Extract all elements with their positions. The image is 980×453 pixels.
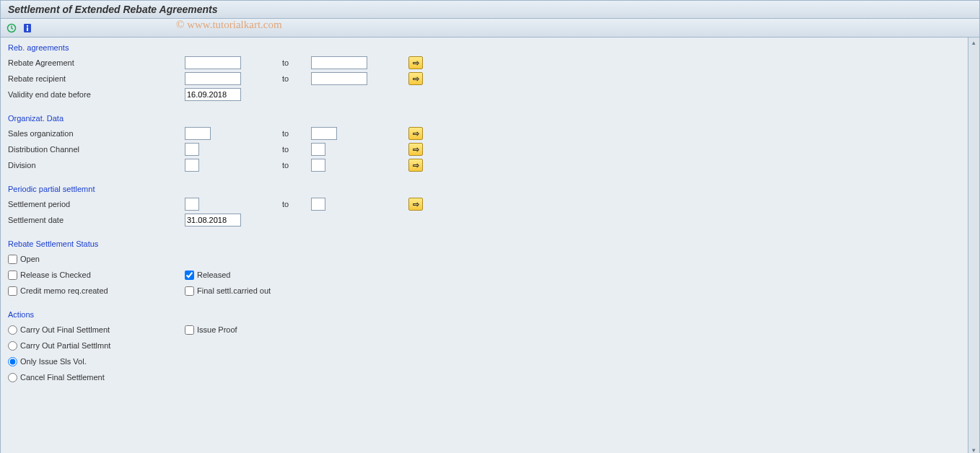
label-dist-channel: Distribution Channel: [8, 145, 185, 154]
input-rebate-agreement-from[interactable]: [185, 56, 241, 69]
row-division: Division to ⇨: [8, 157, 961, 173]
checkbox-released[interactable]: [185, 271, 194, 280]
watermark: © www.tutorialkart.com: [176, 19, 282, 31]
section-reb-agreements: Reb. agreements Rebate Agreement to ⇨ Re…: [8, 43, 961, 102]
section-title-reb: Reb. agreements: [8, 43, 961, 52]
toolbar: © www.tutorialkart.com: [0, 19, 980, 38]
scroll-up-icon[interactable]: ▴: [969, 38, 979, 48]
checkbox-release-checked[interactable]: [8, 271, 17, 280]
arrow-right-icon: ⇨: [413, 74, 419, 84]
row-rebate-agreement: Rebate Agreement to ⇨: [8, 55, 961, 71]
input-rebate-agreement-to[interactable]: [311, 56, 367, 69]
label-to: to: [282, 74, 311, 83]
title-bar: Settlement of Extended Rebate Agreements: [0, 0, 980, 19]
row-sales-org: Sales organization to ⇨: [8, 126, 961, 141]
label-final-settl: Final settl.carried out: [197, 286, 271, 295]
input-rebate-recipient-from[interactable]: [185, 72, 241, 85]
label-to: to: [282, 58, 311, 67]
more-button-division[interactable]: ⇨: [408, 159, 423, 172]
input-settlement-date[interactable]: [185, 214, 241, 226]
svg-rect-2: [27, 25, 28, 27]
label-final-settlement: Carry Out Final Settlment: [20, 325, 110, 334]
section-title-actions: Actions: [8, 310, 961, 319]
label-sales-org: Sales organization: [8, 129, 185, 138]
info-button[interactable]: [21, 22, 34, 35]
section-org-data: Organizat. Data Sales organization to ⇨ …: [8, 114, 961, 173]
label-validity-end: Validity end date before: [8, 90, 185, 99]
arrow-right-icon: ⇨: [413, 161, 419, 170]
execute-clock-icon: [6, 23, 17, 33]
arrow-right-icon: ⇨: [413, 145, 419, 154]
input-settlement-period-to[interactable]: [311, 198, 325, 211]
scroll-down-icon[interactable]: ▾: [969, 445, 979, 453]
label-release-checked: Release is Checked: [20, 271, 91, 279]
checkbox-credit-memo[interactable]: [8, 286, 17, 296]
input-sales-org-to[interactable]: [311, 127, 337, 140]
checkbox-final-settl[interactable]: [185, 286, 194, 296]
section-status: Rebate Settlement Status Open Release is…: [8, 239, 961, 299]
section-periodic: Periodic partial settlemnt Settlement pe…: [8, 185, 961, 228]
label-to: to: [282, 129, 311, 138]
section-title-status: Rebate Settlement Status: [8, 239, 961, 248]
label-credit-memo: Credit memo req.created: [20, 286, 108, 295]
arrow-right-icon: ⇨: [413, 58, 419, 68]
row-settlement-period: Settlement period to ⇨: [8, 196, 961, 212]
label-division: Division: [8, 161, 185, 170]
content-area: Reb. agreements Rebate Agreement to ⇨ Re…: [0, 38, 968, 453]
label-only-sls-vol: Only Issue Sls Vol.: [20, 357, 87, 366]
radio-only-sls-vol[interactable]: [8, 357, 17, 366]
more-button-sales-org[interactable]: ⇨: [408, 127, 423, 140]
label-settlement-period: Settlement period: [8, 200, 185, 208]
label-open: Open: [20, 255, 40, 263]
section-actions: Actions Carry Out Final Settlment Issue …: [8, 310, 961, 385]
execute-button[interactable]: [5, 22, 18, 35]
input-division-to[interactable]: [311, 159, 325, 172]
more-button-settlement-period[interactable]: ⇨: [408, 198, 423, 211]
input-dist-channel-to[interactable]: [311, 143, 325, 156]
label-settlement-date: Settlement date: [8, 216, 185, 224]
svg-rect-3: [27, 27, 28, 31]
more-button-dist-channel[interactable]: ⇨: [408, 143, 423, 156]
radio-final-settlement[interactable]: [8, 325, 17, 335]
input-dist-channel-from[interactable]: [185, 143, 199, 156]
section-title-periodic: Periodic partial settlemnt: [8, 185, 961, 193]
label-rebate-recipient: Rebate recipient: [8, 74, 185, 83]
input-division-from[interactable]: [185, 159, 199, 172]
section-title-org: Organizat. Data: [8, 114, 961, 123]
row-settlement-date: Settlement date: [8, 212, 961, 228]
more-button-rebate-recipient[interactable]: ⇨: [408, 72, 423, 85]
input-settlement-period-from[interactable]: [185, 198, 199, 211]
checkbox-issue-proof[interactable]: [185, 325, 194, 335]
checkbox-open[interactable]: [8, 255, 17, 264]
arrow-right-icon: ⇨: [413, 129, 419, 138]
row-validity-end: Validity end date before: [8, 87, 961, 102]
row-dist-channel: Distribution Channel to ⇨: [8, 141, 961, 157]
info-icon: [22, 23, 32, 33]
label-to: to: [282, 145, 311, 154]
label-rebate-agreement: Rebate Agreement: [8, 58, 185, 67]
more-button-rebate-agreement[interactable]: ⇨: [408, 56, 423, 69]
label-released: Released: [197, 271, 230, 279]
radio-cancel-final[interactable]: [8, 373, 17, 382]
label-to: to: [282, 161, 311, 170]
label-cancel-final: Cancel Final Settlement: [20, 373, 105, 382]
page-title: Settlement of Extended Rebate Agreements: [8, 4, 217, 15]
label-issue-proof: Issue Proof: [197, 325, 237, 334]
input-rebate-recipient-to[interactable]: [311, 72, 367, 85]
label-partial-settlement: Carry Out Partial Settlmnt: [20, 341, 110, 350]
arrow-right-icon: ⇨: [413, 200, 419, 209]
label-to: to: [282, 200, 311, 208]
row-rebate-recipient: Rebate recipient to ⇨: [8, 71, 961, 87]
input-sales-org-from[interactable]: [185, 127, 211, 140]
vertical-scrollbar[interactable]: ▴ ▾: [968, 38, 980, 453]
radio-partial-settlement[interactable]: [8, 341, 17, 351]
input-validity-end[interactable]: [185, 88, 241, 101]
